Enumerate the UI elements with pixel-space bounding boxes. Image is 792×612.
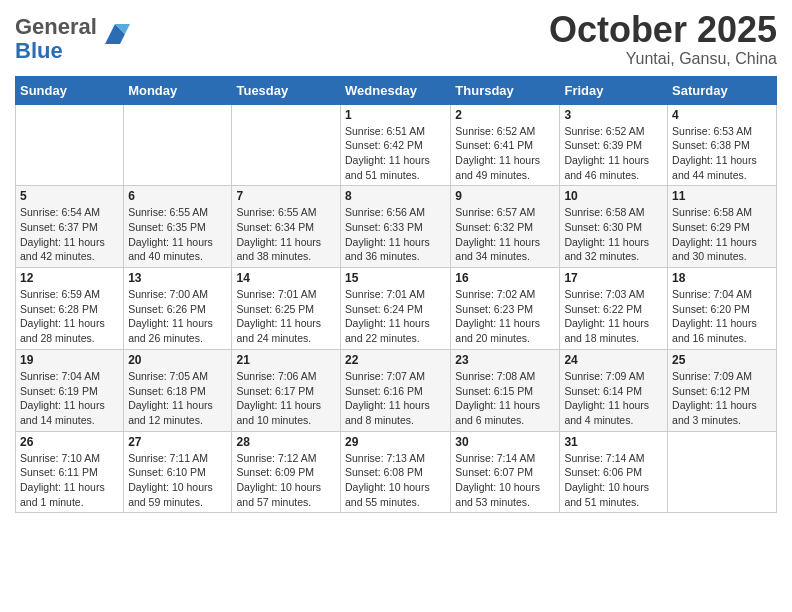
day-info: Sunrise: 6:56 AM Sunset: 6:33 PM Dayligh… <box>345 205 446 264</box>
calendar-cell: 5Sunrise: 6:54 AM Sunset: 6:37 PM Daylig… <box>16 186 124 268</box>
day-number: 5 <box>20 189 119 203</box>
calendar-cell: 19Sunrise: 7:04 AM Sunset: 6:19 PM Dayli… <box>16 349 124 431</box>
day-info: Sunrise: 6:58 AM Sunset: 6:30 PM Dayligh… <box>564 205 663 264</box>
calendar-cell: 16Sunrise: 7:02 AM Sunset: 6:23 PM Dayli… <box>451 268 560 350</box>
day-number: 14 <box>236 271 336 285</box>
day-number: 17 <box>564 271 663 285</box>
calendar-cell: 2Sunrise: 6:52 AM Sunset: 6:41 PM Daylig… <box>451 104 560 186</box>
day-info: Sunrise: 7:13 AM Sunset: 6:08 PM Dayligh… <box>345 451 446 510</box>
col-wednesday: Wednesday <box>341 76 451 104</box>
day-number: 10 <box>564 189 663 203</box>
col-saturday: Saturday <box>668 76 777 104</box>
calendar-cell: 20Sunrise: 7:05 AM Sunset: 6:18 PM Dayli… <box>124 349 232 431</box>
day-number: 9 <box>455 189 555 203</box>
calendar-cell: 14Sunrise: 7:01 AM Sunset: 6:25 PM Dayli… <box>232 268 341 350</box>
day-number: 11 <box>672 189 772 203</box>
day-info: Sunrise: 6:59 AM Sunset: 6:28 PM Dayligh… <box>20 287 119 346</box>
calendar-week-row: 26Sunrise: 7:10 AM Sunset: 6:11 PM Dayli… <box>16 431 777 513</box>
day-info: Sunrise: 7:10 AM Sunset: 6:11 PM Dayligh… <box>20 451 119 510</box>
calendar-week-row: 1Sunrise: 6:51 AM Sunset: 6:42 PM Daylig… <box>16 104 777 186</box>
calendar-cell: 29Sunrise: 7:13 AM Sunset: 6:08 PM Dayli… <box>341 431 451 513</box>
day-info: Sunrise: 6:57 AM Sunset: 6:32 PM Dayligh… <box>455 205 555 264</box>
day-number: 19 <box>20 353 119 367</box>
day-number: 8 <box>345 189 446 203</box>
calendar-cell <box>124 104 232 186</box>
calendar-cell: 22Sunrise: 7:07 AM Sunset: 6:16 PM Dayli… <box>341 349 451 431</box>
calendar-cell: 25Sunrise: 7:09 AM Sunset: 6:12 PM Dayli… <box>668 349 777 431</box>
day-info: Sunrise: 7:03 AM Sunset: 6:22 PM Dayligh… <box>564 287 663 346</box>
day-number: 4 <box>672 108 772 122</box>
day-info: Sunrise: 7:04 AM Sunset: 6:19 PM Dayligh… <box>20 369 119 428</box>
calendar-week-row: 12Sunrise: 6:59 AM Sunset: 6:28 PM Dayli… <box>16 268 777 350</box>
day-number: 28 <box>236 435 336 449</box>
calendar-header-row: Sunday Monday Tuesday Wednesday Thursday… <box>16 76 777 104</box>
day-info: Sunrise: 7:08 AM Sunset: 6:15 PM Dayligh… <box>455 369 555 428</box>
location: Yuntai, Gansu, China <box>549 50 777 68</box>
day-number: 23 <box>455 353 555 367</box>
day-number: 21 <box>236 353 336 367</box>
calendar-cell: 24Sunrise: 7:09 AM Sunset: 6:14 PM Dayli… <box>560 349 668 431</box>
day-info: Sunrise: 7:00 AM Sunset: 6:26 PM Dayligh… <box>128 287 227 346</box>
day-number: 6 <box>128 189 227 203</box>
day-info: Sunrise: 6:52 AM Sunset: 6:39 PM Dayligh… <box>564 124 663 183</box>
day-info: Sunrise: 7:09 AM Sunset: 6:12 PM Dayligh… <box>672 369 772 428</box>
calendar-cell: 3Sunrise: 6:52 AM Sunset: 6:39 PM Daylig… <box>560 104 668 186</box>
day-number: 22 <box>345 353 446 367</box>
calendar-cell: 30Sunrise: 7:14 AM Sunset: 6:07 PM Dayli… <box>451 431 560 513</box>
calendar-cell: 13Sunrise: 7:00 AM Sunset: 6:26 PM Dayli… <box>124 268 232 350</box>
calendar-cell: 6Sunrise: 6:55 AM Sunset: 6:35 PM Daylig… <box>124 186 232 268</box>
calendar-cell: 21Sunrise: 7:06 AM Sunset: 6:17 PM Dayli… <box>232 349 341 431</box>
day-info: Sunrise: 7:07 AM Sunset: 6:16 PM Dayligh… <box>345 369 446 428</box>
day-info: Sunrise: 6:53 AM Sunset: 6:38 PM Dayligh… <box>672 124 772 183</box>
day-info: Sunrise: 7:09 AM Sunset: 6:14 PM Dayligh… <box>564 369 663 428</box>
day-number: 31 <box>564 435 663 449</box>
calendar-cell: 10Sunrise: 6:58 AM Sunset: 6:30 PM Dayli… <box>560 186 668 268</box>
month-title: October 2025 <box>549 10 777 50</box>
calendar-table: Sunday Monday Tuesday Wednesday Thursday… <box>15 76 777 514</box>
day-number: 18 <box>672 271 772 285</box>
calendar-cell <box>16 104 124 186</box>
col-sunday: Sunday <box>16 76 124 104</box>
day-number: 25 <box>672 353 772 367</box>
col-friday: Friday <box>560 76 668 104</box>
day-info: Sunrise: 7:12 AM Sunset: 6:09 PM Dayligh… <box>236 451 336 510</box>
day-number: 13 <box>128 271 227 285</box>
day-info: Sunrise: 6:52 AM Sunset: 6:41 PM Dayligh… <box>455 124 555 183</box>
calendar-cell: 26Sunrise: 7:10 AM Sunset: 6:11 PM Dayli… <box>16 431 124 513</box>
day-number: 24 <box>564 353 663 367</box>
calendar-cell: 9Sunrise: 6:57 AM Sunset: 6:32 PM Daylig… <box>451 186 560 268</box>
header: General Blue October 2025 Yuntai, Gansu,… <box>15 10 777 68</box>
day-number: 30 <box>455 435 555 449</box>
day-info: Sunrise: 7:11 AM Sunset: 6:10 PM Dayligh… <box>128 451 227 510</box>
calendar-cell: 23Sunrise: 7:08 AM Sunset: 6:15 PM Dayli… <box>451 349 560 431</box>
day-number: 26 <box>20 435 119 449</box>
day-info: Sunrise: 7:01 AM Sunset: 6:25 PM Dayligh… <box>236 287 336 346</box>
logo-general: General <box>15 14 97 39</box>
calendar-week-row: 5Sunrise: 6:54 AM Sunset: 6:37 PM Daylig… <box>16 186 777 268</box>
page-container: General Blue October 2025 Yuntai, Gansu,… <box>0 0 792 523</box>
title-area: October 2025 Yuntai, Gansu, China <box>549 10 777 68</box>
day-info: Sunrise: 6:55 AM Sunset: 6:34 PM Dayligh… <box>236 205 336 264</box>
col-thursday: Thursday <box>451 76 560 104</box>
day-info: Sunrise: 6:54 AM Sunset: 6:37 PM Dayligh… <box>20 205 119 264</box>
logo-icon <box>100 19 130 49</box>
calendar-cell: 1Sunrise: 6:51 AM Sunset: 6:42 PM Daylig… <box>341 104 451 186</box>
logo: General Blue <box>15 15 130 63</box>
calendar-cell: 7Sunrise: 6:55 AM Sunset: 6:34 PM Daylig… <box>232 186 341 268</box>
col-monday: Monday <box>124 76 232 104</box>
day-number: 29 <box>345 435 446 449</box>
day-number: 7 <box>236 189 336 203</box>
col-tuesday: Tuesday <box>232 76 341 104</box>
day-info: Sunrise: 7:01 AM Sunset: 6:24 PM Dayligh… <box>345 287 446 346</box>
day-number: 27 <box>128 435 227 449</box>
day-info: Sunrise: 6:51 AM Sunset: 6:42 PM Dayligh… <box>345 124 446 183</box>
day-number: 20 <box>128 353 227 367</box>
calendar-cell: 18Sunrise: 7:04 AM Sunset: 6:20 PM Dayli… <box>668 268 777 350</box>
day-info: Sunrise: 7:14 AM Sunset: 6:06 PM Dayligh… <box>564 451 663 510</box>
day-info: Sunrise: 7:05 AM Sunset: 6:18 PM Dayligh… <box>128 369 227 428</box>
day-info: Sunrise: 7:02 AM Sunset: 6:23 PM Dayligh… <box>455 287 555 346</box>
day-number: 2 <box>455 108 555 122</box>
calendar-cell: 12Sunrise: 6:59 AM Sunset: 6:28 PM Dayli… <box>16 268 124 350</box>
day-number: 15 <box>345 271 446 285</box>
calendar-cell: 8Sunrise: 6:56 AM Sunset: 6:33 PM Daylig… <box>341 186 451 268</box>
